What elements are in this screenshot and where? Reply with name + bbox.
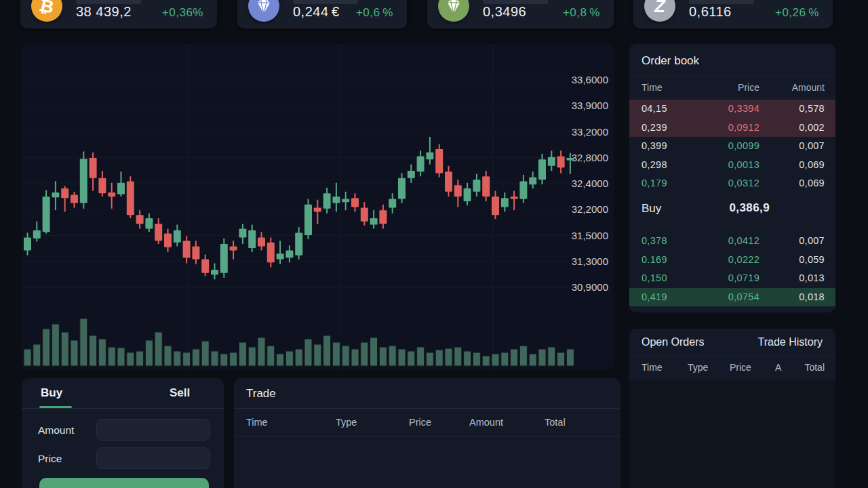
y-axis-label: 32,8000 <box>572 152 608 163</box>
order-book-row[interactable]: 0,3780,04120,007 <box>629 232 835 251</box>
open-orders-header: Time Type Price A Total <box>629 355 835 380</box>
tab-buy[interactable]: Buy <box>41 386 62 400</box>
order-book-row[interactable]: 04,150,33940,578 <box>629 100 835 119</box>
ticker-price: 0,244 € <box>293 4 340 20</box>
price-input[interactable] <box>96 447 210 469</box>
order-time: 04,15 <box>642 103 667 114</box>
order-amount: 0,013 <box>799 272 825 283</box>
order-book-panel: Order book Time Price Amount 04,150,3394… <box>629 44 835 312</box>
order-book-buy-rows: 0,3780,04120,0070.1690,02220,0590,1500,0… <box>629 232 835 306</box>
ticker-price: 0,6116 <box>689 4 732 20</box>
buy-side-label: Buy <box>642 202 661 216</box>
amount-label: Amount <box>38 424 74 436</box>
order-price: 0,0312 <box>728 178 760 188</box>
y-axis-label: 30,9000 <box>572 281 608 293</box>
order-book-row[interactable]: 0,1500,07190,013 <box>629 269 835 288</box>
z-coin-icon: Z <box>644 0 675 22</box>
trade-panel: Trade Time Type Price Amount Total <box>234 378 620 488</box>
column-header-time: Time <box>642 82 663 93</box>
ticker-card[interactable]: Z0,6116+0,26 % <box>633 0 833 28</box>
order-book-row[interactable]: 0,2390,09120,002 <box>629 119 835 138</box>
order-book-buy-header: Buy 0,386,9 <box>629 199 835 222</box>
column-header-price: Price <box>738 82 760 93</box>
y-axis-label: 31,5000 <box>572 230 608 241</box>
submit-buy-button[interactable] <box>39 478 209 488</box>
tab-open-orders[interactable]: Open Orders <box>642 336 704 348</box>
column-header-total: Total <box>804 362 825 373</box>
order-book-sell-rows: 04,150,33940,5780,2390,09120,0020,3990,0… <box>629 100 835 193</box>
ticker-change: +0,6 % <box>356 6 393 20</box>
tab-trade-history[interactable]: Trade History <box>758 336 823 348</box>
y-axis-label: 32,4000 <box>572 178 608 189</box>
order-amount: 0,069 <box>799 178 825 188</box>
order-time: 0,179 <box>642 178 667 188</box>
order-amount: 0,002 <box>799 122 825 133</box>
order-price: 0,0222 <box>728 254 760 265</box>
order-book-row[interactable]: 0,1790,03120,069 <box>629 174 835 193</box>
trade-title: Trade <box>246 387 276 401</box>
divider <box>234 436 620 436</box>
order-price: 0,0412 <box>728 235 760 246</box>
ticker-price: 38 439,2 <box>76 4 132 20</box>
column-header-price: Price <box>730 362 751 373</box>
order-price: 0,0719 <box>728 272 760 283</box>
order-amount: 0,018 <box>799 291 825 302</box>
y-axis-label: 31,3000 <box>572 256 608 267</box>
order-amount: 0,069 <box>799 159 825 170</box>
order-book-row[interactable]: 0.1690,02220,059 <box>629 251 835 270</box>
y-axis-label: 33,9000 <box>572 100 608 111</box>
gem-green-icon <box>438 0 469 22</box>
order-time: 0,378 <box>642 235 667 246</box>
column-header-total: Total <box>545 417 566 428</box>
divider <box>629 195 835 195</box>
amount-input[interactable] <box>96 419 210 441</box>
order-time: 0,150 <box>642 272 667 283</box>
column-header-amount: A <box>775 362 781 373</box>
column-header-time: Time <box>246 417 268 428</box>
candlestick-chart[interactable]: 33,600033,900033,200032,800032,400032,20… <box>22 44 614 370</box>
column-header-price: Price <box>409 417 431 428</box>
best-buy-price: 0,386,9 <box>729 201 770 215</box>
column-header-time: Time <box>642 362 663 373</box>
order-amount: 0,059 <box>799 254 825 265</box>
order-time: 0,399 <box>642 140 667 151</box>
tab-sell[interactable]: Sell <box>170 386 190 400</box>
order-price: 0,0754 <box>728 291 760 302</box>
open-orders-panel: Open Orders Trade History Time Type Pric… <box>629 329 835 488</box>
order-book-row[interactable]: 0,4190,07540,018 <box>629 288 835 307</box>
order-time: 0.169 <box>642 254 667 265</box>
order-price: 0,0013 <box>728 159 760 170</box>
price-label: Price <box>38 453 62 465</box>
price-chart-panel: 33,600033,900033,200032,800032,400032,20… <box>22 44 614 370</box>
ticker-price: 0,3496 <box>483 4 526 20</box>
order-amount: 0,007 <box>799 235 825 246</box>
ticker-change: +0,26 % <box>775 6 819 20</box>
order-book-header: Time Price Amount <box>629 76 835 98</box>
order-time: 0,239 <box>642 122 667 133</box>
order-book-row[interactable]: 0,2980,00130,069 <box>629 156 835 175</box>
ticker-change: +0,8 % <box>563 6 600 20</box>
ticker-card[interactable]: 0,3496+0,8 % <box>427 0 614 28</box>
order-time: 0,419 <box>642 291 667 302</box>
order-book-row[interactable]: 0,3990,00990,007 <box>629 137 835 156</box>
order-price: 0,3394 <box>728 103 760 114</box>
column-header-amount: Amount <box>792 82 825 93</box>
ticker-change: +0,36% <box>162 6 203 20</box>
y-axis-label: 33,6000 <box>572 74 608 85</box>
order-amount: 0,007 <box>799 140 825 151</box>
ticker-card[interactable]: ₿38 439,2+0,36% <box>20 0 217 28</box>
column-header-amount: Amount <box>469 417 503 428</box>
open-orders-empty-body <box>629 380 835 488</box>
divider <box>22 408 224 409</box>
gem-blue-icon <box>248 0 279 22</box>
bitcoin-icon: ₿ <box>31 0 62 22</box>
ticker-card[interactable]: 0,244 €+0,6 % <box>237 0 407 28</box>
buy-sell-panel: Buy Sell Amount Price <box>22 378 224 488</box>
y-axis-label: 32,2000 <box>572 203 608 215</box>
y-axis-label: 33,2000 <box>572 126 608 138</box>
order-amount: 0,578 <box>799 103 825 114</box>
order-price: 0,0912 <box>728 122 760 133</box>
trade-header: Time Type Price Amount Total <box>234 409 620 436</box>
order-time: 0,298 <box>642 159 667 170</box>
column-header-type: Type <box>336 417 357 428</box>
